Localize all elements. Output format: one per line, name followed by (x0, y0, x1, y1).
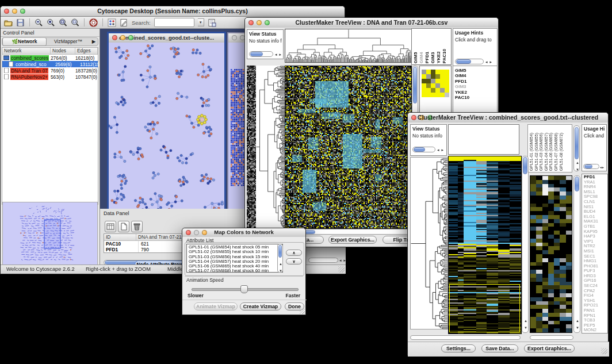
new-attribute-icon[interactable] (118, 221, 129, 232)
view-status-hscrollbar[interactable] (412, 147, 435, 152)
scroll-arrows-icon[interactable]: ▴ ▾ (575, 160, 580, 173)
network-window-1[interactable]: combined_scores_good.txt--cluste... (107, 32, 226, 220)
scroll-arrows-icon[interactable]: ▴ ▾ (278, 262, 283, 274)
gene-label[interactable]: MON2 (584, 328, 607, 333)
zoom-vscrollbar[interactable]: ▴ ▾ (573, 175, 580, 333)
zoom-in-icon[interactable] (47, 18, 55, 27)
array-label[interactable]: GPL51-06 (GSM865) (549, 133, 554, 171)
move-down-button[interactable]: ∨ (286, 258, 302, 265)
annotation-icon[interactable] (120, 18, 128, 27)
cytoscape-titlebar[interactable]: Cytoscape Desktop (Session Name: collins… (1, 6, 345, 17)
search-combo-arrow-icon[interactable]: ▼ (198, 18, 204, 26)
resize-grip[interactable] (601, 348, 607, 354)
data-panel-hscrollbar-right[interactable] (308, 258, 338, 263)
tab-overflow-arrow-icon[interactable]: ▶ (90, 38, 98, 45)
gene-label[interactable]: GIM5 (455, 68, 497, 73)
network-list: Network Nodes Edges combined_scores 2764… (2, 47, 98, 205)
gene-label[interactable]: GIM4 (455, 73, 497, 78)
scroll-arrows-icon[interactable]: ◂ ▸ (339, 258, 346, 263)
array-label[interactable]: GPL51-03 (GSM856) (539, 133, 544, 171)
zoom-heatmap[interactable] (530, 175, 572, 333)
array-dendrogram[interactable] (285, 29, 412, 63)
minimize-button[interactable] (120, 35, 125, 40)
birdseye-view[interactable] (2, 202, 98, 265)
array-label[interactable]: YKE2 (436, 49, 441, 63)
heatmap-vscrollbar[interactable]: ▴ ▾ (522, 156, 529, 333)
scroll-arrows-icon[interactable]: ▴ ▾ (523, 319, 528, 331)
treeview2-button[interactable]: Export Graphics... (524, 344, 575, 352)
zoom-selected-icon[interactable] (71, 18, 79, 27)
scroll-arrows-icon[interactable]: ◂ ▸ (485, 60, 492, 64)
treeview2-button[interactable]: Save Data... (481, 344, 518, 352)
gene-label[interactable]: GIM3 (455, 84, 497, 89)
help-lifesaver-icon[interactable] (89, 18, 98, 27)
network-window-titlebar[interactable]: combined_scores_good.txt--cluste... (109, 33, 224, 43)
array-label[interactable]: GIM4 (419, 49, 424, 63)
attribute-list-vscrollbar[interactable]: ▴ ▾ (277, 244, 283, 273)
gene-label[interactable]: PAC10 (455, 95, 497, 100)
zoom-button[interactable] (128, 35, 133, 40)
scroll-arrows-icon[interactable]: ◂▸ (600, 165, 605, 169)
scroll-arrows-icon[interactable]: ◂ ▸ (275, 52, 282, 57)
dialog-titlebar[interactable]: Map Colors to Network (182, 228, 305, 237)
scroll-arrows-icon[interactable]: ◂ ▸ (437, 148, 444, 152)
usage-hints-hscrollbar[interactable] (455, 59, 484, 64)
network-list-header[interactable]: Network Nodes Edges (2, 48, 98, 55)
heatmap-main[interactable] (285, 66, 412, 229)
zoom-out-icon[interactable] (35, 18, 43, 27)
attribute-item[interactable]: GPL51-07 (GSM868) heat shock 60 min (189, 269, 282, 273)
network-row[interactable]: combined_scores 2764(0) 16218(0) (2, 55, 98, 61)
array-label[interactable]: PAC10 (442, 49, 447, 63)
usage-hints-hscrollbar[interactable] (583, 164, 599, 169)
array-label[interactable]: GPL51-01 (GSM854) (529, 133, 534, 171)
array-label[interactable]: GPL51-07 (GSM868) (554, 133, 559, 171)
gene-label[interactable]: YKE2 (455, 90, 497, 95)
gene-label[interactable]: PFD1 (455, 79, 497, 84)
tab-vizmapper[interactable]: VizMapper™ (47, 38, 90, 45)
treeview2-button[interactable]: Settings... (441, 344, 476, 352)
zoom-fit-icon[interactable] (59, 18, 67, 27)
attribute-select-icon[interactable] (105, 221, 116, 232)
array-label[interactable]: GPL51-08 (GSM872) (559, 133, 564, 171)
tab-network[interactable]: 🌿Network (2, 37, 47, 46)
network-row[interactable]: combined_sco 2569(6) 13112(15) (2, 61, 98, 67)
network-row[interactable]: RNAPuberNov2+ 563(0) 107847(0) (2, 74, 98, 80)
array-label[interactable]: GIM3 (430, 49, 435, 63)
attribute-row[interactable]: PFD1790 (104, 247, 187, 252)
delete-attribute-trash-icon[interactable] (131, 221, 143, 232)
treeview1-button[interactable]: Export Graphics... (328, 236, 377, 244)
move-up-button[interactable]: ∧ (286, 250, 302, 256)
resize-grip[interactable] (338, 266, 345, 273)
heatmap-main[interactable] (448, 156, 522, 334)
array-label[interactable]: PFD1 (424, 49, 430, 63)
attribute-table[interactable]: ID DNA and Tran 07-21-06 PAC10621PFD1790 (104, 233, 188, 253)
view-status-hscrollbar[interactable] (249, 51, 273, 57)
array-label[interactable]: GIM5 (413, 49, 418, 63)
vizmapper-icon[interactable] (108, 18, 116, 27)
attribute-list[interactable]: GPL51-01 (GSM854) heat shock 05 minGPL51… (186, 244, 283, 273)
zoom-heatmap-matrix[interactable] (422, 70, 449, 97)
attribute-row[interactable]: PAC10621 (104, 241, 187, 247)
bottom-hscrollbar[interactable] (410, 335, 521, 340)
save-icon[interactable] (16, 18, 25, 27)
gene-dendrogram[interactable] (256, 66, 285, 228)
slider-thumb[interactable] (240, 285, 248, 293)
divider (185, 276, 303, 277)
search-input[interactable] (154, 18, 194, 27)
treeview1-titlebar[interactable]: ClusterMaker TreeView : DNA and Tran 07-… (245, 18, 498, 28)
network-row-icon (3, 55, 9, 60)
dialog-button[interactable]: Animate Vizmap (194, 302, 238, 311)
close-button[interactable] (112, 35, 117, 40)
bottom-hscrollbar2[interactable] (530, 335, 573, 340)
scroll-arrows-icon[interactable]: ▴ ▾ (575, 319, 580, 331)
array-label[interactable]: GPL51-02 (GSM855) (534, 133, 540, 171)
gene-dendrogram[interactable] (410, 157, 448, 329)
resize-grip[interactable] (300, 309, 305, 314)
import-table-icon[interactable] (208, 18, 216, 27)
network-canvas[interactable] (109, 43, 224, 219)
labels-vscrollbar[interactable]: ▴ ▾ (573, 125, 580, 171)
dialog-button[interactable]: Create Vizmap (240, 302, 281, 311)
open-icon[interactable] (4, 18, 13, 27)
treeview2-titlebar[interactable]: ClusterMaker TreeView : combined_scores_… (408, 113, 608, 123)
network-row[interactable]: DNA and Tran 07 769(0) 183728(0) (2, 67, 98, 74)
